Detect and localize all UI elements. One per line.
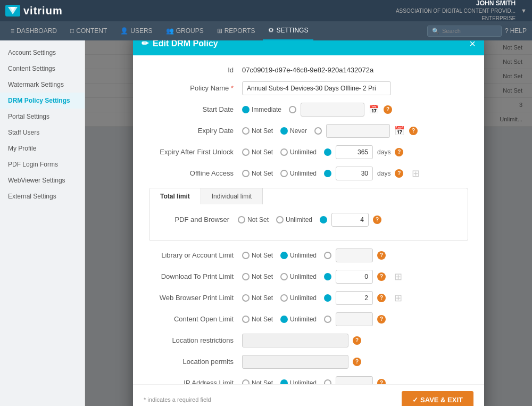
ip-custom-radio[interactable] — [324, 379, 331, 384]
library-custom-radio[interactable] — [324, 252, 331, 259]
content-open-input[interactable] — [336, 312, 373, 326]
save-exit-button[interactable]: ✓ SAVE & EXIT — [402, 391, 473, 407]
tab-total-limit[interactable]: Total limit — [149, 188, 201, 204]
content-open-help-icon[interactable]: ? — [377, 315, 386, 324]
expiry-never-option[interactable]: Never — [280, 127, 307, 135]
pdf-custom-radio[interactable] — [320, 216, 327, 223]
library-not-set-option[interactable]: Not Set — [242, 252, 273, 259]
web-browser-help-icon[interactable]: ? — [377, 294, 386, 302]
download-not-set-radio[interactable] — [242, 273, 250, 280]
sidebar-item-external[interactable]: External Settings — [0, 188, 85, 204]
expiry-after-custom-radio[interactable] — [324, 148, 331, 156]
user-dropdown-icon[interactable]: ▼ — [521, 7, 527, 14]
nav-users[interactable]: 👤 USERS — [115, 21, 157, 40]
tab-individual-limit[interactable]: Individual limit — [201, 188, 263, 204]
location-permit-help-icon[interactable]: ? — [353, 358, 361, 366]
web-not-set-radio[interactable] — [242, 294, 250, 302]
pdf-unlimited-option[interactable]: Unlimited — [276, 216, 312, 223]
offline-custom-radio[interactable] — [324, 170, 331, 177]
content-custom-radio[interactable] — [324, 316, 331, 323]
location-restrict-input[interactable] — [242, 334, 348, 347]
expiry-never-radio[interactable] — [280, 127, 288, 135]
start-date-input[interactable] — [301, 103, 364, 117]
expiry-not-set-radio[interactable] — [242, 127, 250, 135]
offline-access-help-icon[interactable]: ? — [395, 169, 403, 178]
expiry-after-unlimited-option[interactable]: Unlimited — [280, 148, 317, 156]
modal-close-button[interactable]: × — [469, 40, 476, 49]
ip-not-set-option[interactable]: Not Set — [242, 379, 273, 384]
library-limit-input[interactable] — [336, 248, 373, 262]
expiry-after-input[interactable] — [336, 145, 373, 159]
web-unlimited-radio[interactable] — [280, 294, 288, 302]
offline-edit-icon[interactable]: ⊞ — [412, 168, 420, 179]
expiry-after-unlimited-radio[interactable] — [280, 148, 288, 156]
policy-name-input[interactable] — [242, 81, 391, 95]
sidebar-item-webviewer[interactable]: WebViewer Settings — [0, 172, 85, 188]
web-unlimited-option[interactable]: Unlimited — [280, 294, 317, 302]
nav-settings[interactable]: ⚙ SETTINGS — [263, 21, 313, 40]
nav-reports[interactable]: ⊞ REPORTS — [212, 21, 261, 40]
expiry-not-set-option[interactable]: Not Set — [242, 127, 273, 135]
expiry-date-help-icon[interactable]: ? — [409, 127, 418, 135]
start-date-calendar-icon[interactable]: 📅 — [369, 104, 379, 114]
start-date-immediate-radio[interactable] — [242, 106, 250, 113]
offline-access-input[interactable] — [336, 167, 373, 180]
search-box[interactable]: 🔍 Search — [427, 26, 502, 37]
library-unlimited-option[interactable]: Unlimited — [280, 252, 317, 259]
offline-unlimited-option[interactable]: Unlimited — [280, 170, 317, 177]
download-not-set-option[interactable]: Not Set — [242, 273, 273, 280]
sidebar-item-portal[interactable]: Portal Settings — [0, 109, 85, 125]
pdf-not-set-option[interactable]: Not Set — [238, 216, 269, 223]
expiry-custom-radio[interactable] — [314, 127, 322, 135]
download-help-icon[interactable]: ? — [377, 272, 386, 281]
start-date-immediate-option[interactable]: Immediate — [242, 106, 281, 113]
sidebar-item-watermark[interactable]: Watermark Settings — [0, 77, 85, 93]
offline-not-set-option[interactable]: Not Set — [242, 170, 273, 177]
sidebar-item-account[interactable]: Account Settings — [0, 45, 85, 61]
nav-content[interactable]: □ CONTENT — [65, 21, 112, 40]
expiry-after-help-icon[interactable]: ? — [395, 148, 403, 156]
location-restrict-help-icon[interactable]: ? — [353, 336, 361, 345]
offline-unlimited-radio[interactable] — [280, 170, 288, 177]
sidebar-item-pdf[interactable]: PDF Login Forms — [0, 156, 85, 172]
sidebar-item-drm[interactable]: DRM Policy Settings — [0, 93, 85, 109]
content-not-set-option[interactable]: Not Set — [242, 316, 273, 323]
location-permit-input[interactable] — [242, 355, 348, 369]
start-date-help-icon[interactable]: ? — [384, 105, 392, 114]
start-date-custom-radio[interactable] — [289, 106, 296, 113]
pdf-not-set-radio[interactable] — [238, 216, 245, 223]
web-browser-print-input[interactable] — [336, 291, 373, 305]
download-unlimited-option[interactable]: Unlimited — [280, 273, 317, 280]
sidebar-item-content[interactable]: Content Settings — [0, 61, 85, 77]
content-not-set-radio[interactable] — [242, 316, 250, 323]
pdf-browser-input[interactable] — [331, 213, 369, 227]
content-unlimited-radio[interactable] — [280, 316, 288, 323]
expiry-date-input[interactable] — [326, 124, 390, 138]
library-not-set-radio[interactable] — [242, 252, 250, 259]
offline-not-set-radio[interactable] — [242, 170, 250, 177]
web-edit-icon[interactable]: ⊞ — [394, 292, 402, 304]
download-unlimited-radio[interactable] — [280, 273, 288, 280]
pdf-unlimited-radio[interactable] — [276, 216, 284, 223]
nav-dashboard[interactable]: ≡ DASHBOARD — [5, 21, 62, 40]
ip-limit-help-icon[interactable]: ? — [377, 379, 386, 384]
content-unlimited-option[interactable]: Unlimited — [280, 316, 317, 323]
ip-not-set-radio[interactable] — [242, 379, 250, 384]
expiry-calendar-icon[interactable]: 📅 — [394, 126, 405, 136]
ip-unlimited-radio[interactable] — [280, 379, 288, 384]
download-print-input[interactable] — [336, 270, 373, 284]
library-unlimited-radio[interactable] — [280, 252, 288, 259]
sidebar-item-staff[interactable]: Staff Users — [0, 125, 85, 140]
download-custom-radio[interactable] — [324, 273, 331, 280]
web-not-set-option[interactable]: Not Set — [242, 294, 273, 302]
web-custom-radio[interactable] — [324, 294, 331, 302]
library-help-icon[interactable]: ? — [377, 251, 386, 260]
ip-unlimited-option[interactable]: Unlimited — [280, 379, 317, 384]
ip-limit-input[interactable] — [336, 376, 373, 384]
download-edit-icon[interactable]: ⊞ — [394, 271, 402, 283]
expiry-after-not-set-option[interactable]: Not Set — [242, 148, 273, 156]
sidebar-item-profile[interactable]: My Profile — [0, 140, 85, 156]
pdf-browser-help-icon[interactable]: ? — [373, 216, 381, 224]
expiry-after-not-set-radio[interactable] — [242, 148, 250, 156]
help-button[interactable]: ? HELP — [505, 27, 527, 35]
